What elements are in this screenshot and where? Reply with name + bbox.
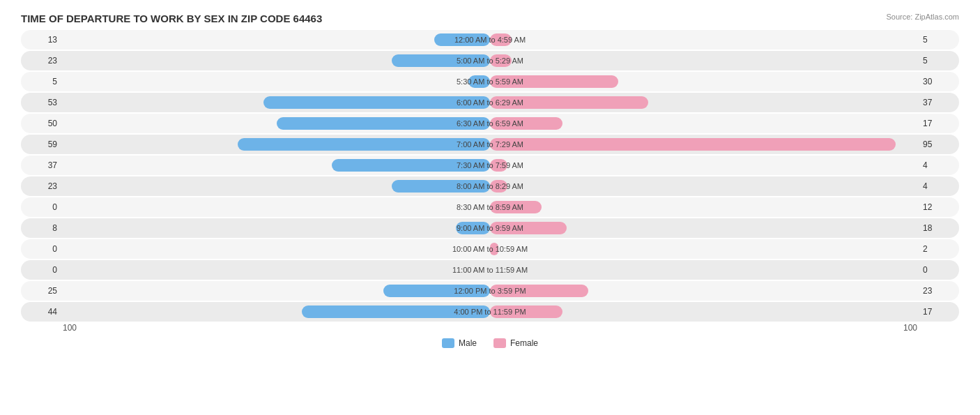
- bar-section: 8:30 AM to 8:59 AM: [63, 197, 917, 217]
- male-value: 0: [21, 202, 63, 212]
- male-value: 44: [21, 307, 63, 317]
- male-value: 13: [21, 35, 63, 45]
- chart-row: 597:00 AM to 7:29 AM95: [21, 135, 959, 154]
- male-bar: [238, 138, 490, 151]
- bar-section: 12:00 AM to 4:59 AM: [63, 30, 917, 50]
- male-value: 23: [21, 56, 63, 66]
- male-value: 0: [21, 265, 63, 275]
- chart-row: 506:30 AM to 6:59 AM17: [21, 114, 959, 133]
- female-value: 0: [917, 265, 959, 275]
- time-label: 11:00 AM to 11:59 AM: [452, 266, 528, 274]
- legend-male-box: [442, 338, 454, 348]
- female-value: 30: [917, 77, 959, 86]
- female-value: 4: [917, 181, 959, 191]
- chart-row: 2512:00 PM to 3:59 PM23: [21, 281, 959, 301]
- female-bar: [490, 243, 498, 255]
- female-bar: [490, 159, 507, 172]
- female-bar: [490, 96, 648, 109]
- axis-right: 100: [903, 323, 917, 333]
- female-value: 4: [917, 160, 959, 170]
- chart-row: 010:00 AM to 10:59 AM2: [21, 239, 959, 259]
- chart-container: TIME OF DEPARTURE TO WORK BY SEX IN ZIP …: [0, 0, 980, 415]
- female-value: 5: [917, 35, 959, 45]
- chart-row: 235:00 AM to 5:29 AM5: [21, 51, 959, 70]
- bar-section: 11:00 AM to 11:59 AM: [63, 260, 917, 280]
- male-bar: [383, 285, 490, 297]
- male-value: 23: [21, 181, 63, 191]
- female-bar: [490, 180, 507, 193]
- male-bar: [456, 222, 490, 234]
- bar-section: 7:30 AM to 7:59 AM: [63, 156, 917, 175]
- female-bar: [490, 33, 512, 46]
- male-bar: [263, 96, 490, 109]
- female-value: 95: [917, 139, 959, 149]
- axis-labels: 100 100: [21, 323, 959, 333]
- female-value: 18: [917, 223, 959, 233]
- bar-section: 9:00 AM to 9:59 AM: [63, 218, 917, 238]
- source-text: Source: ZipAtlas.com: [886, 13, 959, 21]
- legend: Male Female: [21, 338, 959, 348]
- chart-row: 238:00 AM to 8:29 AM4: [21, 176, 959, 196]
- bar-section: 8:00 AM to 8:29 AM: [63, 176, 917, 196]
- female-value: 12: [917, 202, 959, 212]
- chart-row: 1312:00 AM to 4:59 AM5: [21, 30, 959, 50]
- bar-section: 12:00 PM to 3:59 PM: [63, 281, 917, 301]
- male-bar: [468, 75, 490, 88]
- male-value: 8: [21, 223, 63, 233]
- bar-section: 7:00 AM to 7:29 AM: [63, 135, 917, 154]
- axis-left: 100: [63, 323, 77, 333]
- male-value: 53: [21, 98, 63, 107]
- male-value: 59: [21, 139, 63, 149]
- chart-row: 536:00 AM to 6:29 AM37: [21, 93, 959, 112]
- female-value: 17: [917, 307, 959, 317]
- female-bar: [490, 117, 562, 130]
- male-value: 50: [21, 119, 63, 128]
- female-value: 37: [917, 98, 959, 107]
- female-value: 5: [917, 56, 959, 66]
- male-bar: [332, 159, 490, 172]
- bar-section: 5:30 AM to 5:59 AM: [63, 72, 917, 91]
- female-bar: [490, 75, 618, 88]
- female-bar: [490, 222, 567, 234]
- chart-area: 1312:00 AM to 4:59 AM5235:00 AM to 5:29 …: [21, 30, 959, 322]
- male-value: 5: [21, 77, 63, 86]
- bar-section: 6:00 AM to 6:29 AM: [63, 93, 917, 112]
- legend-female-label: Female: [510, 338, 538, 348]
- bar-section: 10:00 AM to 10:59 AM: [63, 239, 917, 259]
- male-bar: [277, 117, 491, 130]
- legend-female-box: [493, 338, 506, 348]
- legend-female: Female: [493, 338, 538, 348]
- female-bar: [490, 138, 896, 151]
- chart-row: 011:00 AM to 11:59 AM0: [21, 260, 959, 280]
- chart-row: 444:00 PM to 11:59 PM17: [21, 302, 959, 322]
- male-bar: [392, 180, 490, 193]
- female-bar: [490, 201, 542, 213]
- bar-section: 5:00 AM to 5:29 AM: [63, 51, 917, 70]
- female-value: 17: [917, 119, 959, 128]
- female-bar: [490, 305, 562, 318]
- male-value: 25: [21, 286, 63, 296]
- female-value: 2: [917, 244, 959, 254]
- chart-row: 89:00 AM to 9:59 AM18: [21, 218, 959, 238]
- male-value: 0: [21, 244, 63, 254]
- chart-title: TIME OF DEPARTURE TO WORK BY SEX IN ZIP …: [21, 13, 959, 24]
- legend-male-label: Male: [459, 338, 477, 348]
- male-value: 37: [21, 160, 63, 170]
- chart-row: 377:30 AM to 7:59 AM4: [21, 156, 959, 175]
- chart-row: 08:30 AM to 8:59 AM12: [21, 197, 959, 217]
- male-bar: [392, 54, 490, 67]
- female-bar: [490, 54, 512, 67]
- bar-section: 4:00 PM to 11:59 PM: [63, 302, 917, 322]
- male-bar: [434, 33, 490, 46]
- female-bar: [490, 285, 588, 297]
- chart-row: 55:30 AM to 5:59 AM30: [21, 72, 959, 91]
- bar-section: 6:30 AM to 6:59 AM: [63, 114, 917, 133]
- legend-male: Male: [442, 338, 477, 348]
- male-bar: [302, 305, 490, 318]
- female-value: 23: [917, 286, 959, 296]
